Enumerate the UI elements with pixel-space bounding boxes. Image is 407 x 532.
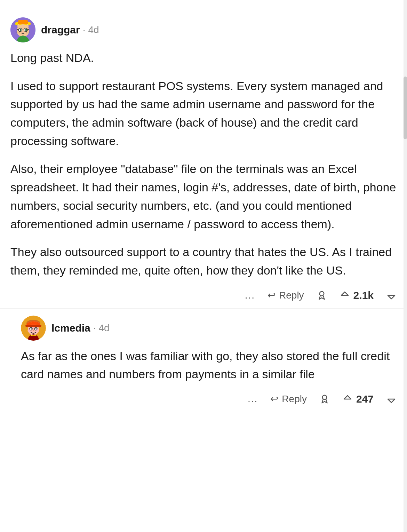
award-icon-lcmedia — [319, 394, 330, 404]
more-button-draggar[interactable]: ... — [245, 290, 255, 301]
reply-button-draggar[interactable]: ↩ Reply — [268, 289, 304, 301]
timestamp-draggar: 4d — [88, 24, 99, 35]
svg-point-33 — [27, 329, 30, 332]
more-button-lcmedia[interactable]: ... — [248, 394, 258, 405]
downvote-button-lcmedia[interactable] — [386, 394, 397, 404]
reply-button-lcmedia[interactable]: ↩ Reply — [270, 393, 307, 405]
svg-point-32 — [36, 328, 37, 329]
upvote-button-lcmedia[interactable]: 247 — [342, 393, 374, 405]
comment-body-lcmedia: As far as the ones I was familiar with g… — [21, 347, 397, 383]
paragraph-4: They also outsourced support to a countr… — [10, 243, 397, 279]
vote-count-draggar: 2.1k — [353, 289, 374, 301]
svg-rect-3 — [18, 20, 28, 24]
paragraph-2: I used to support restaurant POS systems… — [10, 77, 397, 150]
user-info-lcmedia: lcmedia · 4d — [51, 322, 110, 334]
comment-actions-lcmedia: ... ↩ Reply 247 — [21, 393, 397, 405]
username-draggar[interactable]: draggar — [41, 24, 80, 36]
award-icon-draggar — [317, 290, 327, 301]
avatar-lcmedia — [21, 316, 46, 341]
paragraph-lcmedia-1: As far as the ones I was familiar with g… — [21, 347, 397, 383]
svg-point-34 — [37, 329, 39, 332]
svg-point-10 — [25, 29, 27, 31]
avatar-draggar — [10, 17, 35, 42]
comment-draggar: draggar · 4d Long past NDA. I used to su… — [0, 10, 407, 309]
page-container: draggar · 4d Long past NDA. I used to su… — [0, 0, 407, 532]
svg-point-37 — [322, 395, 327, 400]
comment-header-lcmedia: lcmedia · 4d — [21, 316, 397, 341]
reply-label-lcmedia: Reply — [282, 394, 307, 405]
upvote-icon-draggar — [340, 290, 350, 301]
separator-draggar: · — [83, 24, 86, 35]
comment-lcmedia: lcmedia · 4d As far as the ones I was fa… — [0, 309, 407, 412]
svg-point-14 — [22, 32, 24, 33]
svg-point-9 — [20, 29, 22, 31]
vote-count-lcmedia: 247 — [356, 393, 374, 405]
comment-header-draggar: draggar · 4d — [10, 17, 397, 42]
scrollbar-thumb[interactable] — [404, 77, 407, 139]
svg-point-35 — [33, 330, 34, 331]
upvote-icon-lcmedia — [342, 394, 353, 404]
downvote-icon-lcmedia — [386, 394, 397, 404]
comment-body-draggar: Long past NDA. I used to support restaur… — [10, 49, 397, 280]
award-button-draggar[interactable] — [317, 290, 327, 301]
svg-rect-36 — [25, 325, 41, 327]
scrollbar[interactable] — [404, 0, 407, 532]
reply-arrow-icon: ↩ — [268, 289, 276, 301]
award-button-lcmedia[interactable] — [319, 394, 330, 404]
separator-lcmedia: · — [93, 323, 96, 334]
user-info-draggar: draggar · 4d — [41, 24, 99, 36]
username-lcmedia[interactable]: lcmedia — [51, 322, 90, 334]
svg-point-31 — [31, 328, 32, 329]
reply-label-draggar: Reply — [279, 290, 304, 301]
reply-arrow-icon-lcmedia: ↩ — [270, 393, 278, 405]
timestamp-lcmedia: 4d — [99, 323, 110, 334]
upvote-button-draggar[interactable]: 2.1k — [340, 289, 374, 301]
paragraph-1: Long past NDA. — [10, 49, 397, 67]
svg-point-19 — [319, 291, 324, 296]
paragraph-3: Also, their employee "database" file on … — [10, 160, 397, 233]
downvote-icon-draggar — [386, 290, 397, 301]
downvote-button-draggar[interactable] — [386, 290, 397, 301]
comment-actions-draggar: ... ↩ Reply 2.1k — [10, 289, 397, 301]
